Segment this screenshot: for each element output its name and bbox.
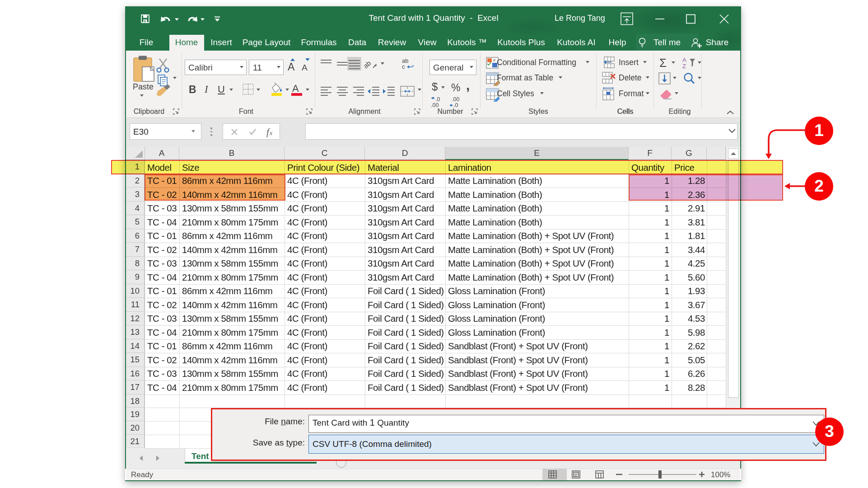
svg-text:≠: ≠ — [493, 58, 496, 63]
svg-text:ab: ab — [364, 59, 373, 70]
svg-text:A: A — [682, 56, 686, 63]
svg-text:.00: .00 — [452, 96, 459, 103]
svg-text:Z: Z — [682, 63, 686, 70]
svg-text:c: c — [402, 63, 405, 70]
svg-text:.0: .0 — [435, 96, 440, 103]
svg-text:x: x — [269, 130, 273, 136]
